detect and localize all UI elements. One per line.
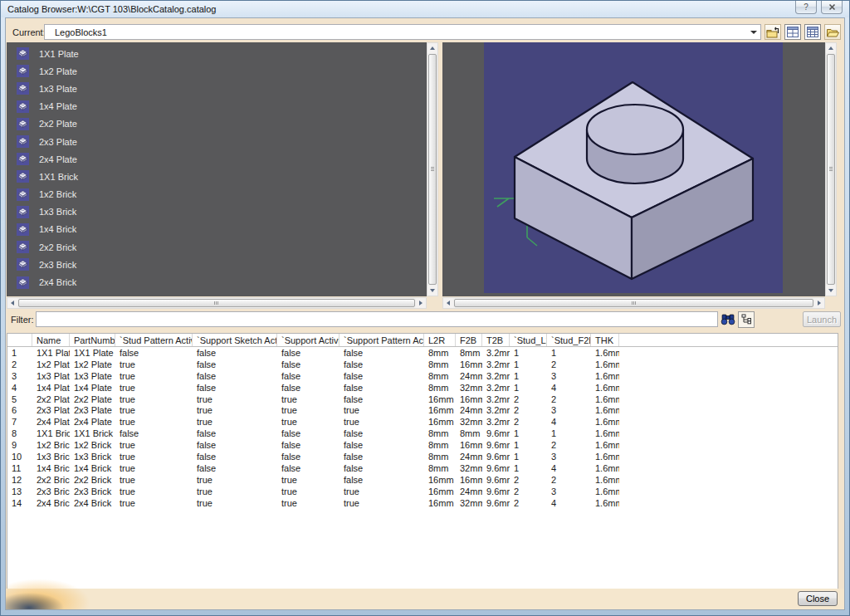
scroll-down-icon[interactable] bbox=[826, 286, 836, 296]
filter-dialog-button[interactable] bbox=[738, 311, 755, 328]
list-vertical-scrollbar[interactable] bbox=[427, 42, 438, 296]
list-horizontal-scrollbar[interactable] bbox=[7, 297, 427, 309]
chapter-image-view-button[interactable] bbox=[784, 24, 801, 40]
title-bar[interactable]: Catalog Browser:W:\CGT 103\BlockCatalog.… bbox=[1, 1, 849, 17]
list-item[interactable]: 1x3 Plate bbox=[7, 80, 427, 97]
list-item-label: 1x3 Brick bbox=[39, 207, 76, 217]
scroll-down-icon[interactable] bbox=[427, 286, 437, 296]
lego-plate-3d-preview[interactable] bbox=[484, 42, 783, 293]
cell: 1.6mm bbox=[591, 439, 619, 451]
cell: true bbox=[115, 497, 193, 509]
table-row[interactable]: 21x2 Plate1x2 Platetruefalsefalsefalse8m… bbox=[7, 359, 838, 370]
current-chapter-combobox[interactable]: LegoBlocks1 bbox=[44, 24, 761, 40]
table-row[interactable]: 62x3 Plate2x3 Platetruetruetruetrue16mm2… bbox=[7, 404, 838, 416]
list-item[interactable]: 2x2 Plate bbox=[7, 115, 427, 133]
column-header[interactable]: `Stud_F2B` bbox=[547, 334, 591, 346]
browse-catalog-button[interactable] bbox=[824, 24, 841, 40]
column-header[interactable] bbox=[7, 334, 32, 346]
table-row[interactable]: 72x4 Plate2x4 Platetruetruetruetrue16mm3… bbox=[7, 416, 838, 428]
chapter-list-panel[interactable]: 1X1 Plate1x2 Plate1x3 Plate1x4 Plate2x2 … bbox=[7, 42, 427, 296]
preview-horizontal-scrollbar[interactable] bbox=[442, 297, 825, 309]
column-header[interactable]: Name bbox=[32, 334, 70, 346]
cell: 1X1 Brick bbox=[32, 428, 70, 439]
table-row[interactable]: 81X1 Brick1X1 Brickfalsefalsefalsefalse8… bbox=[7, 428, 838, 439]
cell: true bbox=[115, 451, 193, 462]
list-item[interactable]: 2x2 Brick bbox=[7, 238, 427, 256]
cell: 2 bbox=[510, 497, 547, 509]
list-item[interactable]: 1X1 Brick bbox=[7, 168, 427, 185]
column-header[interactable]: `Support Activity` bbox=[277, 334, 340, 346]
list-item[interactable]: 2x4 Plate bbox=[7, 150, 427, 168]
keyword-table[interactable]: NamePartNumber`Stud Pattern Activity``Su… bbox=[7, 333, 838, 590]
table-row[interactable]: 91x2 Brick1x2 Bricktruefalsefalsefalse8m… bbox=[7, 439, 838, 451]
table-row[interactable]: 52x2 Plate2x2 Platetruetruetruefalse16mm… bbox=[7, 394, 838, 405]
cell: 16mm bbox=[456, 474, 482, 486]
filter-input[interactable] bbox=[36, 311, 718, 327]
cell: true bbox=[277, 404, 340, 416]
column-header[interactable]: T2B bbox=[482, 334, 510, 346]
column-header[interactable]: L2R bbox=[424, 334, 456, 346]
table-header-row[interactable]: NamePartNumber`Stud Pattern Activity``Su… bbox=[7, 334, 838, 347]
cell: true bbox=[115, 382, 193, 394]
table-view-button[interactable] bbox=[804, 24, 821, 40]
list-item[interactable]: 1x2 Brick bbox=[7, 186, 427, 203]
binoculars-icon bbox=[721, 313, 735, 325]
scrollbar-thumb[interactable] bbox=[428, 54, 437, 285]
cell: 16mm bbox=[424, 394, 456, 405]
column-header[interactable]: THK bbox=[591, 334, 619, 346]
list-item[interactable]: 1x2 Plate bbox=[7, 62, 427, 80]
chevron-down-icon[interactable] bbox=[750, 31, 757, 34]
cell: true bbox=[340, 497, 424, 509]
list-item[interactable]: 2x3 Plate bbox=[7, 133, 427, 150]
launch-button[interactable]: Launch bbox=[803, 311, 841, 327]
scroll-right-icon[interactable] bbox=[814, 298, 824, 308]
cell: 16mm bbox=[456, 439, 482, 451]
table-row[interactable]: 142x4 Brick2x4 Bricktruetruetruetrue16mm… bbox=[7, 497, 838, 509]
up-one-level-button[interactable] bbox=[765, 24, 781, 40]
list-item[interactable]: 1X1 Plate bbox=[7, 45, 427, 62]
close-window-button[interactable] bbox=[821, 1, 843, 14]
list-item[interactable]: 2x3 Brick bbox=[7, 256, 427, 273]
column-header[interactable]: `Stud Pattern Activity` bbox=[115, 334, 193, 346]
scrollbar-thumb[interactable] bbox=[18, 299, 415, 307]
help-button[interactable]: ? bbox=[795, 1, 817, 14]
scrollbar-thumb[interactable] bbox=[454, 299, 813, 307]
row-number: 7 bbox=[7, 416, 32, 428]
column-header[interactable]: F2B bbox=[456, 334, 482, 346]
preview-vertical-scrollbar[interactable] bbox=[825, 42, 837, 296]
scroll-up-icon[interactable] bbox=[427, 43, 437, 53]
column-header[interactable]: `Stud_L2R` bbox=[510, 334, 547, 346]
cell: 2x2 Brick bbox=[70, 474, 115, 486]
table-row[interactable]: 122x2 Brick2x2 Bricktruetruetruefalse16m… bbox=[7, 474, 838, 486]
preview-panel[interactable] bbox=[442, 42, 825, 296]
cell: 2x2 Plate bbox=[70, 394, 115, 405]
scroll-left-icon[interactable] bbox=[443, 298, 453, 308]
list-item[interactable]: 1x4 Brick bbox=[7, 221, 427, 238]
cell: true bbox=[115, 359, 193, 370]
scroll-left-icon[interactable] bbox=[7, 298, 17, 308]
scroll-up-icon[interactable] bbox=[826, 43, 836, 53]
list-item[interactable]: 1x4 Plate bbox=[7, 98, 427, 115]
list-item[interactable]: 1x3 Brick bbox=[7, 203, 427, 221]
column-header[interactable]: `Support Sketch Activity` bbox=[193, 334, 277, 346]
list-item[interactable]: 2x4 Brick bbox=[7, 273, 427, 291]
column-header[interactable]: `Support Pattern Activity` bbox=[340, 334, 424, 346]
list-item-label: 1x3 Plate bbox=[39, 84, 77, 94]
row-number: 12 bbox=[7, 474, 32, 486]
column-header[interactable]: PartNumber bbox=[70, 334, 115, 346]
table-row[interactable]: 31x3 Plate1x3 Platetruefalsefalsefalse8m… bbox=[7, 370, 838, 382]
table-row[interactable]: 41x4 Plate1x4 Platetruefalsefalsefalse8m… bbox=[7, 382, 838, 394]
filter-label: Filter: bbox=[9, 315, 36, 325]
close-button[interactable]: Close bbox=[798, 591, 838, 606]
table-row[interactable]: 101x3 Brick1x3 Bricktruefalsefalsefalse8… bbox=[7, 451, 838, 462]
lego-plate-icon bbox=[17, 153, 29, 165]
scroll-right-icon[interactable] bbox=[416, 298, 426, 308]
table-row[interactable]: 132x3 Brick2x3 Bricktruetruetruetrue16mm… bbox=[7, 486, 838, 497]
table-row[interactable]: 111x4 Brick1x4 Bricktruefalsefalsefalse8… bbox=[7, 462, 838, 474]
cell: 16mm bbox=[424, 416, 456, 428]
scrollbar-thumb[interactable] bbox=[827, 54, 835, 285]
cell: 8mm bbox=[424, 359, 456, 370]
cell: 1 bbox=[547, 428, 591, 439]
table-row[interactable]: 11X1 Plate1X1 Platefalsefalsefalsefalse8… bbox=[7, 347, 838, 359]
search-button[interactable] bbox=[720, 311, 736, 328]
